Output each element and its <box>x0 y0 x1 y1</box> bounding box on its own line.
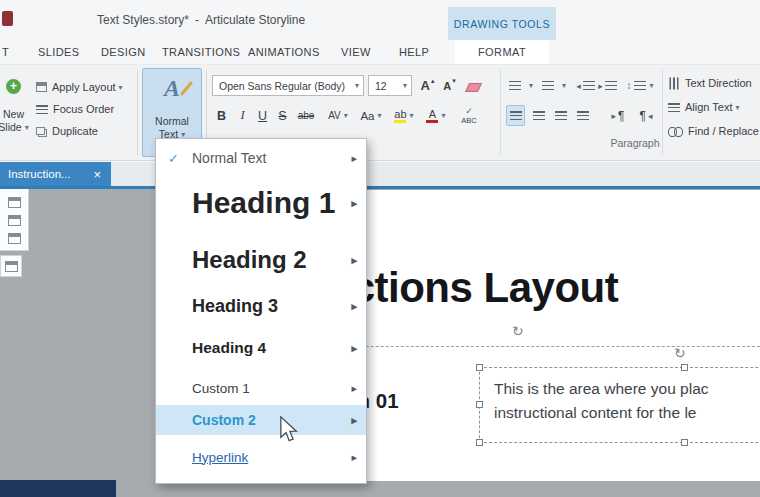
spelling-button[interactable]: ✓ABC <box>454 105 484 126</box>
menu-item-label: Hyperlink <box>192 450 248 465</box>
menu-item-custom-2[interactable]: Custom 2 ▸ <box>156 405 366 435</box>
numbering-button[interactable]: ▾ <box>541 75 567 96</box>
tab-help[interactable]: HELP <box>399 40 429 64</box>
tab-animations[interactable]: ANIMATIONS <box>248 40 320 64</box>
highlight-color-button[interactable]: ab ▾ <box>390 105 418 126</box>
italic-button[interactable]: I <box>233 105 252 126</box>
bold-button[interactable]: B <box>212 105 231 126</box>
apply-layout-button[interactable]: Apply Layout ▾ <box>36 77 123 97</box>
menu-item-normal-text[interactable]: ✓ Normal Text ▸ <box>156 143 366 173</box>
storyline-window: Text Styles.story*-Articulate Storyline … <box>0 0 760 497</box>
menu-item-label: Custom 1 <box>192 381 250 396</box>
tab-partial[interactable]: T <box>2 40 9 64</box>
dropdown-arrow-icon: ▾ <box>441 111 445 120</box>
instruction-text-placeholder[interactable]: This is the area where you plac instruct… <box>479 367 760 443</box>
align-center-button[interactable] <box>529 105 548 126</box>
panel-icon[interactable] <box>8 197 21 208</box>
tab-view[interactable]: VIEW <box>341 40 371 64</box>
strikethrough-button[interactable]: S <box>273 105 292 126</box>
document-tab-label: Instruction... <box>8 168 71 180</box>
dropdown-arrow-icon: ▾ <box>25 121 29 134</box>
font-name-combo[interactable]: Open Sans Regular (Body) ▾ <box>212 75 364 96</box>
selection-handle[interactable] <box>476 364 483 371</box>
menu-item-heading-2[interactable]: Heading 2 ▸ <box>156 233 366 287</box>
new-slide-button[interactable]: + New Slide▾ <box>0 67 33 156</box>
dropdown-arrow-icon: ▾ <box>410 111 414 120</box>
rotate-handle[interactable]: ↻ <box>512 324 524 338</box>
shrink-font-label: A <box>443 80 451 92</box>
menu-item-custom-1[interactable]: Custom 1 ▸ <box>156 371 366 405</box>
grow-caret-icon: ▴ <box>431 77 435 85</box>
font-color-button[interactable]: A ▾ <box>423 105 449 126</box>
dropdown-arrow-icon: ▾ <box>119 83 123 92</box>
spellcheck-check-icon: ✓ <box>465 106 473 116</box>
menu-item-label: Heading 1 <box>192 186 335 220</box>
submenu-arrow-icon: ▸ <box>351 152 357 165</box>
selection-handle[interactable] <box>476 401 483 408</box>
selection-handle[interactable] <box>681 439 688 446</box>
increase-indent-button[interactable]: ▸ <box>598 75 617 96</box>
text-style-icon: A <box>164 75 180 109</box>
outdent-icon <box>583 81 595 90</box>
rtl-arrow-icon: ◂ <box>648 111 653 121</box>
focus-order-button[interactable]: Focus Order <box>36 99 114 119</box>
tab-transitions[interactable]: TRANSITIONS <box>162 40 240 64</box>
font-color-label: A <box>429 109 436 119</box>
grow-font-button[interactable]: A▴ <box>418 75 437 96</box>
ltr-paragraph-button[interactable]: ▸¶ <box>606 105 630 126</box>
find-replace-button[interactable]: Find / Replace <box>668 121 760 141</box>
tab-design[interactable]: DESIGN <box>101 40 146 64</box>
font-size-combo[interactable]: 12 ▾ <box>368 75 412 96</box>
duplicate-button[interactable]: Duplicate <box>36 121 98 141</box>
shrink-font-button[interactable]: A▾ <box>440 75 459 96</box>
titlebar: Text Styles.story*-Articulate Storyline … <box>0 0 760 40</box>
numbered-list-icon <box>542 81 554 90</box>
drawing-tools-context-tab[interactable]: DRAWING TOOLS <box>448 7 556 40</box>
underline-button[interactable]: U <box>253 105 272 126</box>
font-name-value: Open Sans Regular (Body) <box>219 80 345 92</box>
left-panel-strip <box>0 189 29 251</box>
ltr-arrow-icon: ▸ <box>612 111 617 121</box>
align-justify-button[interactable] <box>573 105 592 126</box>
align-left-button[interactable] <box>506 105 525 126</box>
document-tab-bar: Instruction... × <box>0 162 760 186</box>
tab-slides[interactable]: SLIDES <box>38 40 80 64</box>
menu-item-heading-3[interactable]: Heading 3 ▸ <box>156 287 366 325</box>
dropdown-arrow-icon: ▾ <box>344 111 348 120</box>
panel-icon[interactable] <box>8 215 21 226</box>
rtl-paragraph-button[interactable]: ¶◂ <box>634 105 658 126</box>
text-direction-button[interactable]: Text Direction <box>668 73 752 93</box>
align-right-icon <box>555 111 567 120</box>
rotate-handle[interactable]: ↻ <box>674 346 686 360</box>
decrease-indent-button[interactable]: ◂ <box>576 75 595 96</box>
menu-item-heading-4[interactable]: Heading 4 ▸ <box>156 325 366 371</box>
new-slide-label-1: New <box>3 108 24 121</box>
app-icon <box>2 11 13 26</box>
pencil-icon <box>180 81 193 96</box>
close-tab-button[interactable]: × <box>91 168 103 181</box>
document-tab[interactable]: Instruction... × <box>0 162 111 186</box>
change-case-button[interactable]: Aa ▾ <box>357 105 385 126</box>
selection-handle[interactable] <box>681 364 688 371</box>
kerning-button[interactable]: AV ▾ <box>323 105 353 126</box>
abe-strike-button[interactable]: abe <box>293 105 319 126</box>
new-slide-icon: + <box>6 79 21 94</box>
clear-formatting-button[interactable] <box>464 77 483 98</box>
indent-icon <box>605 81 617 90</box>
dropdown-arrow-icon: ▾ <box>736 103 740 112</box>
selection-handle[interactable] <box>476 439 483 446</box>
align-text-button[interactable]: Align Text ▾ <box>668 97 740 117</box>
focus-order-icon <box>36 105 48 114</box>
line-spacing-button[interactable]: ↕ ▾ <box>624 75 656 96</box>
menu-item-hyperlink[interactable]: Hyperlink ▸ <box>156 435 366 479</box>
title-separator: - <box>195 13 199 27</box>
align-text-icon <box>668 103 680 112</box>
panel-icon[interactable] <box>8 233 21 244</box>
menu-item-heading-1[interactable]: Heading 1 ▸ <box>156 173 366 233</box>
collapsed-panel-button[interactable] <box>0 255 22 277</box>
align-right-button[interactable] <box>551 105 570 126</box>
tab-format[interactable]: FORMAT <box>455 40 549 64</box>
submenu-arrow-icon: ▸ <box>351 197 357 210</box>
pilcrow-icon: ¶ <box>618 109 624 123</box>
bullets-button[interactable]: ▾ <box>508 75 534 96</box>
